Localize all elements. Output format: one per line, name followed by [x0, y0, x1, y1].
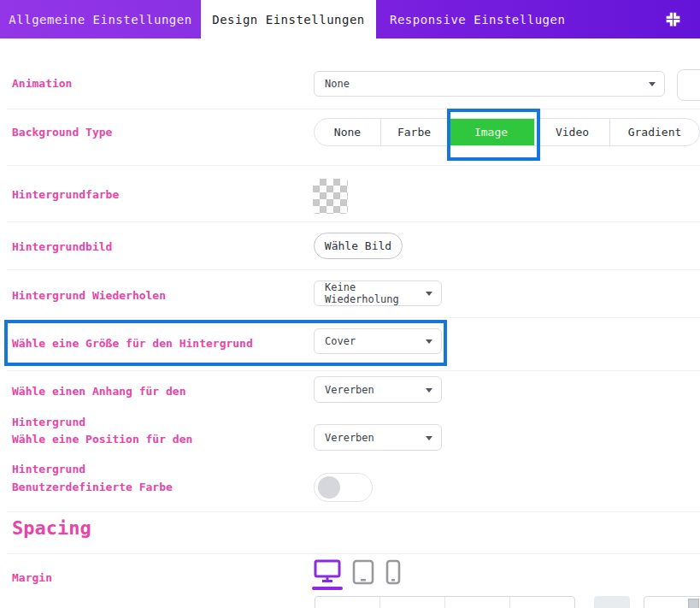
active-device-underline	[312, 587, 343, 590]
custom-color-label: Benutzerdefinierte Farbe	[12, 481, 173, 493]
background-position-label-line2: Hintergrund	[12, 463, 85, 475]
bg-type-option-farbe[interactable]: Farbe	[381, 119, 448, 145]
tab-design-settings[interactable]: Design Einstellungen	[201, 0, 376, 38]
background-attachment-select[interactable]: Vererben	[314, 376, 442, 403]
background-repeat-select[interactable]: Keine Wiederholung	[314, 280, 442, 306]
margin-bottom-input[interactable]	[445, 597, 510, 608]
chevron-down-icon	[426, 292, 432, 296]
bg-type-option-none[interactable]: None	[315, 119, 381, 145]
animation-select-value: None	[325, 78, 350, 90]
row-divider	[7, 221, 700, 222]
chevron-down-icon	[426, 436, 432, 440]
background-attachment-label-line1: Wähle einen Anhang für den	[12, 385, 186, 398]
background-size-select[interactable]: Cover	[314, 328, 442, 354]
background-attachment-label-line2: Hintergrund	[12, 416, 85, 428]
chevron-down-icon	[426, 339, 432, 344]
row-divider	[7, 553, 700, 554]
margin-label: Margin	[12, 571, 52, 584]
background-position-label-line1: Wähle eine Position für den	[12, 433, 192, 446]
background-attachment-value: Vererben	[325, 384, 374, 396]
highlight-box-image-option	[447, 109, 540, 161]
animation-label: Animation	[12, 77, 72, 90]
phone-icon[interactable]	[385, 559, 401, 588]
margin-unit-select[interactable]	[644, 596, 700, 608]
row-divider	[7, 269, 700, 270]
compress-icon[interactable]	[664, 10, 682, 28]
margin-top-input[interactable]	[315, 597, 380, 608]
background-image-label: Hintergrundbild	[12, 240, 112, 253]
margin-device-switcher	[314, 559, 401, 588]
row-divider	[7, 511, 700, 512]
choose-image-button[interactable]: Wähle Bild	[314, 233, 403, 259]
spacing-section-heading: Spacing	[12, 517, 91, 539]
row-divider	[7, 109, 700, 109]
settings-tabbar: Allgemeine Einstellungen Design Einstell…	[0, 0, 700, 38]
tablet-icon[interactable]	[352, 559, 374, 588]
bg-type-option-video[interactable]: Video	[535, 119, 610, 145]
bg-type-option-gradient[interactable]: Gradient	[610, 119, 699, 145]
chevron-down-icon	[426, 388, 432, 393]
row-divider	[7, 370, 700, 371]
desktop-icon[interactable]	[314, 559, 341, 588]
margin-right-input[interactable]	[380, 597, 445, 608]
background-size-value: Cover	[325, 335, 356, 347]
row-divider	[7, 165, 700, 166]
design-settings-panel: Allgemeine Einstellungen Design Einstell…	[0, 0, 700, 608]
background-position-select[interactable]: Vererben	[314, 424, 442, 451]
margin-link-button[interactable]	[594, 596, 630, 608]
background-repeat-label: Hintergrund Wiederholen	[12, 289, 166, 302]
custom-color-toggle[interactable]	[314, 473, 373, 502]
chevron-down-icon	[649, 82, 656, 86]
background-position-value: Vererben	[325, 432, 374, 444]
unit-swatch	[688, 599, 699, 608]
tab-general-settings[interactable]: Allgemeine Einstellungen	[0, 0, 201, 38]
background-color-label: Hintergrundfarbe	[12, 188, 119, 201]
margin-left-input[interactable]	[510, 597, 574, 608]
row-divider	[7, 317, 700, 318]
margin-values-group	[315, 596, 575, 608]
background-color-swatch[interactable]	[313, 179, 348, 214]
background-repeat-value: Keine Wiederholung	[325, 281, 419, 305]
animation-extra-box[interactable]	[677, 69, 700, 101]
background-type-label: Background Type	[12, 126, 112, 139]
toggle-knob	[318, 476, 340, 499]
animation-select[interactable]: None	[314, 71, 665, 97]
tab-responsive-settings[interactable]: Responsive Einstellugen	[376, 0, 700, 38]
background-size-label: Wähle eine Größe für den Hintergrund	[12, 337, 253, 350]
